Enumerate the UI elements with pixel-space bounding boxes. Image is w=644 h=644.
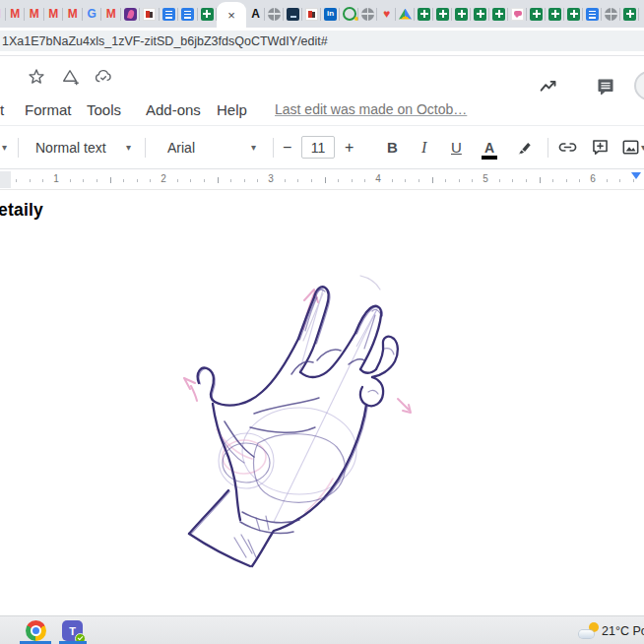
pinned-tab-sheets[interactable] — [452, 0, 471, 28]
teams-taskbar-icon[interactable]: T — [62, 620, 83, 641]
pinned-tab-docs[interactable] — [178, 0, 198, 28]
ruler-tick — [566, 179, 567, 182]
menu-help[interactable]: Help — [217, 100, 247, 120]
ruler-tick — [97, 179, 97, 182]
menu-format[interactable]: Format — [25, 100, 72, 120]
sms-favicon — [511, 8, 524, 21]
heart-favicon: ♥ — [379, 7, 394, 22]
ruler-tick — [30, 179, 31, 182]
bold-button[interactable]: B — [387, 126, 398, 168]
text-color-button[interactable]: A — [484, 126, 494, 168]
pinned-tab-gmail[interactable]: M — [25, 0, 44, 28]
document-page[interactable]: etaily — [0, 190, 644, 615]
account-avatar[interactable] — [634, 71, 644, 100]
sheets-favicon — [623, 8, 636, 21]
pinned-tab-globe[interactable] — [358, 0, 377, 28]
pinned-tab-docs[interactable] — [583, 0, 602, 28]
pinned-tab-purple-app[interactable] — [121, 0, 141, 28]
ruler-tick — [633, 179, 634, 182]
pinned-tab-sheets[interactable] — [489, 0, 508, 28]
ruler-tick — [540, 177, 541, 183]
font-size-increase-button[interactable]: + — [345, 126, 354, 168]
highlight-color-icon[interactable] — [514, 126, 534, 168]
pinned-tab-letter-a[interactable]: A — [246, 0, 265, 28]
pinned-tab-heart[interactable]: ♥ — [377, 0, 396, 28]
globe-favicon — [361, 8, 374, 21]
drive-favicon — [399, 9, 412, 20]
pinned-tab-sheets[interactable] — [546, 0, 564, 28]
active-tab[interactable]: × — [217, 2, 246, 28]
sheets-favicon — [455, 8, 468, 21]
ruler-tick — [123, 179, 124, 182]
pinned-tab-sheets[interactable] — [564, 0, 583, 28]
insert-link-icon[interactable] — [557, 126, 578, 168]
underline-button[interactable]: U — [451, 126, 462, 168]
move-to-drive-icon[interactable] — [60, 67, 80, 87]
pinned-tab-sheets[interactable] — [415, 0, 433, 28]
pinned-tab-sheets[interactable] — [471, 0, 489, 28]
globe-favicon — [605, 8, 617, 21]
ruler-tick — [285, 179, 286, 182]
ruler-tick — [257, 179, 258, 182]
pinned-tab-navy-app[interactable] — [284, 0, 302, 28]
pinned-tab-green-ring[interactable] — [340, 0, 358, 28]
last-edit-link[interactable]: Last edit was made on Octob… — [275, 101, 467, 117]
pinned-tab-gmail[interactable]: M — [44, 0, 64, 28]
pinned-tab-seal[interactable] — [140, 0, 160, 28]
font-size-decrease-button[interactable]: − — [283, 126, 291, 168]
ruler[interactable]: 123456 — [0, 171, 644, 190]
styles-dropdown[interactable]: Normal text — [35, 126, 106, 168]
pinned-tab-seal[interactable] — [302, 0, 321, 28]
pinned-tab-linkedin[interactable]: in — [321, 0, 340, 28]
chrome-taskbar-icon[interactable] — [26, 620, 46, 641]
styles-caret[interactable]: ▾ — [126, 126, 131, 168]
pinned-tab-google[interactable]: G — [83, 0, 102, 28]
pinned-tab-sheets[interactable] — [527, 0, 546, 28]
font-dropdown[interactable]: Arial — [167, 126, 195, 168]
pinned-tab-gmail[interactable]: M — [101, 0, 121, 28]
ruler-tick — [297, 179, 298, 182]
seal-favicon — [305, 8, 318, 21]
add-comment-icon[interactable] — [590, 126, 611, 168]
ruler-tick — [42, 179, 43, 182]
toolbar-separator — [547, 138, 548, 158]
toolbar-separator — [273, 138, 274, 158]
pinned-tab-sms[interactable] — [508, 0, 527, 28]
menu-tools[interactable]: Tools — [87, 100, 121, 120]
pinned-tab-globe[interactable] — [602, 0, 620, 28]
pinned-tab-drive[interactable] — [396, 0, 415, 28]
weather-icon[interactable] — [579, 622, 599, 638]
pinned-tab-docs[interactable] — [160, 0, 179, 28]
pinned-tab-sheets[interactable] — [198, 0, 218, 28]
zoom-dropdown-caret[interactable]: ▾ — [2, 126, 7, 168]
docs-favicon — [162, 8, 175, 21]
pinned-tab-sheets[interactable] — [433, 0, 452, 28]
green-ring-favicon — [343, 7, 356, 21]
ruler-tick — [244, 179, 245, 182]
ruler-tick — [150, 179, 151, 182]
pinned-tab-gmail[interactable]: M — [6, 0, 26, 28]
pinned-tab-gmail[interactable]: M — [63, 0, 83, 28]
ruler-tick — [445, 179, 446, 182]
star-icon[interactable] — [27, 67, 46, 87]
ruler-tick — [364, 179, 365, 182]
ruler-tick — [472, 179, 473, 182]
cloud-saved-icon[interactable] — [94, 67, 113, 87]
document-stats-icon[interactable] — [538, 76, 559, 97]
menu-insert-fragment[interactable]: t — [0, 100, 4, 120]
italic-button[interactable]: I — [421, 126, 426, 168]
tab-close-icon[interactable]: × — [227, 9, 235, 22]
ruler-tick — [230, 179, 231, 182]
ruler-tick — [311, 179, 312, 182]
letter-a-favicon: A — [248, 7, 263, 22]
font-size-input[interactable]: 11 — [301, 136, 335, 159]
url-bar[interactable]: 1Xa1E7bNaZu4xls_1zVF-zitSD_b6jbZ3fdsQoCT… — [0, 31, 644, 51]
font-caret[interactable]: ▾ — [251, 126, 256, 168]
menu-addons[interactable]: Add-ons — [146, 100, 201, 120]
comments-icon[interactable] — [595, 76, 616, 97]
insert-image-icon[interactable] — [620, 126, 641, 168]
pinned-tab-globe[interactable] — [265, 0, 284, 28]
pinned-tab-sheets[interactable] — [620, 0, 639, 28]
right-indent-marker[interactable] — [631, 172, 641, 179]
weather-text[interactable]: 21°C Po — [602, 624, 644, 638]
